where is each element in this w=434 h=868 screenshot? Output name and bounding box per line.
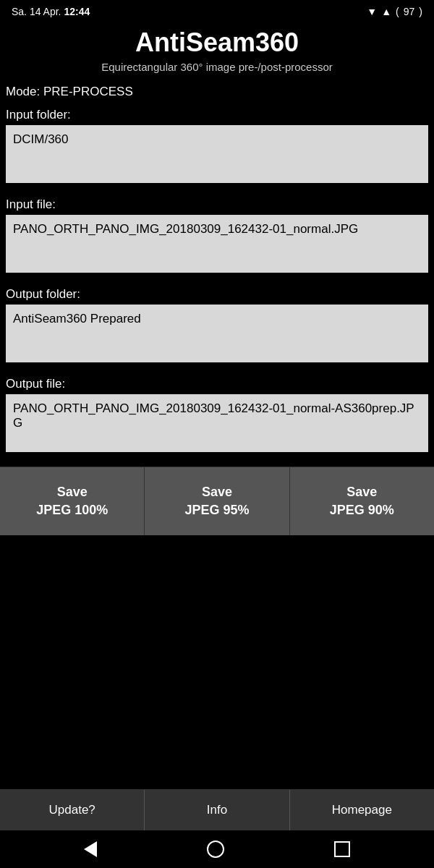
status-date: Sa. 14 Apr. [12,6,61,17]
update-label: Update? [49,803,95,817]
status-icons: ▼ ▲ ( 97 ) [367,6,422,17]
input-file-section: Input file: [0,193,434,283]
output-folder-section: Output folder: [0,283,434,373]
save-jpeg-100-label-line2: JPEG 100% [36,503,108,517]
save-jpeg-95-label-line1: Save [202,485,232,499]
status-time: 12:44 [64,6,90,17]
save-jpeg-100-label-line1: Save [57,485,88,499]
android-nav-bar [0,830,434,868]
input-file-label: Input file: [6,197,428,212]
status-date-time: Sa. 14 Apr. 12:44 [12,6,90,17]
output-folder-label: Output folder: [6,287,428,302]
save-jpeg-90-label-line1: Save [346,485,377,499]
recents-icon [334,841,350,857]
bottom-nav: Update? Info Homepage [0,789,434,830]
output-file-label: Output file: [6,377,428,391]
update-button[interactable]: Update? [0,790,145,830]
output-file-input[interactable] [6,394,428,452]
back-icon [84,841,97,857]
save-jpeg-90-button[interactable]: Save JPEG 90% [290,467,434,535]
app-header: AntiSeam360 Equirectangular 360° image p… [0,20,434,77]
save-jpeg-90-label-line2: JPEG 90% [330,503,394,517]
homepage-button[interactable]: Homepage [290,790,434,830]
battery-end-icon: ) [419,6,422,17]
output-file-section: Output file: [0,373,434,462]
home-icon [207,841,224,858]
battery-level: 97 [404,6,415,17]
mode-label: Mode: PRE-PROCESS [0,77,434,103]
wifi-icon: ▼ [367,6,377,17]
save-jpeg-95-button[interactable]: Save JPEG 95% [145,467,289,535]
input-folder-label: Input folder: [6,108,428,122]
save-jpeg-100-button[interactable]: Save JPEG 100% [0,467,145,535]
back-button[interactable] [84,841,97,857]
save-jpeg-95-label-line2: JPEG 95% [184,503,249,517]
status-bar: Sa. 14 Apr. 12:44 ▼ ▲ ( 97 ) [0,0,434,20]
homepage-label: Homepage [332,803,392,817]
recents-button[interactable] [334,841,350,857]
action-buttons-row: Save JPEG 100% Save JPEG 95% Save JPEG 9… [0,467,434,535]
app-subtitle: Equirectangular 360° image pre-/post-pro… [12,61,422,73]
info-label: Info [207,803,227,817]
app-title: AntiSeam360 [12,27,422,58]
home-button[interactable] [207,841,224,858]
input-file-input[interactable] [6,215,428,273]
info-button[interactable]: Info [145,790,289,830]
signal-icon: ▲ [381,6,391,17]
spacer [0,535,434,789]
input-folder-input[interactable] [6,125,428,183]
battery-icon: ( [396,6,399,17]
input-folder-section: Input folder: [0,103,434,193]
output-folder-input[interactable] [6,305,428,362]
